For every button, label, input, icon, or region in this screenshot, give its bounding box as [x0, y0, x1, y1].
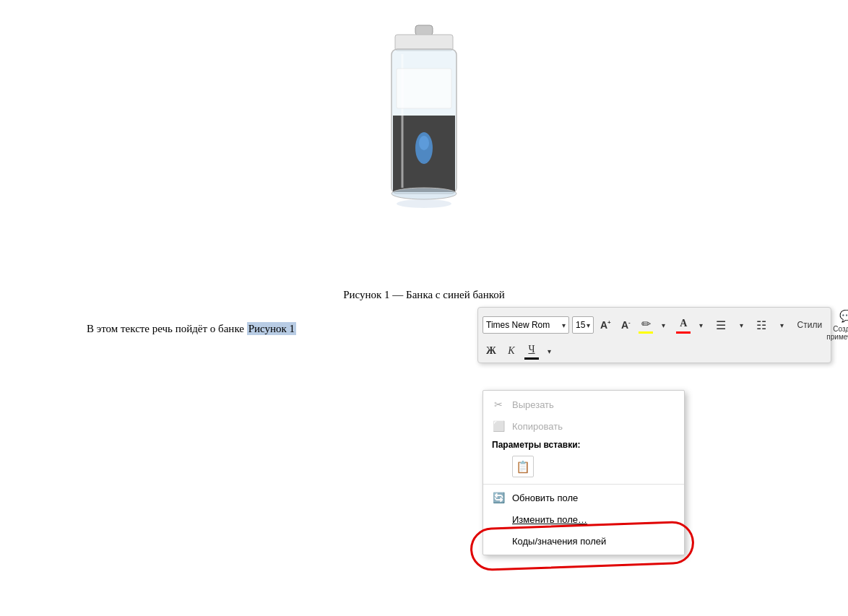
highlight-icon: ✏ — [641, 317, 651, 331]
font-size-arrow-icon: ▾ — [587, 321, 590, 329]
edit-field-label: Изменить поле… — [512, 514, 587, 525]
font-grow-icon: A+ — [600, 319, 611, 331]
figure-image — [87, 22, 761, 282]
paste-icon-button[interactable]: 📋 — [512, 456, 534, 477]
context-menu-cut[interactable]: ✂ Вырезать — [483, 394, 684, 415]
bullet-list-button[interactable]: ☰ — [712, 316, 730, 334]
toolbar-row-2: Ж К Ч ▾ — [483, 342, 826, 360]
bold-button[interactable]: Ж — [483, 342, 500, 360]
italic-label: К — [508, 345, 514, 357]
bold-label: Ж — [486, 345, 496, 357]
underline-button[interactable]: Ч — [523, 342, 540, 360]
font-grow-button[interactable]: A+ — [597, 316, 614, 334]
styles-button[interactable]: Стили — [793, 316, 826, 334]
figure-caption-text: Рисунок 1 — Банка с синей банкой — [343, 289, 505, 300]
toolbar-row-1: Times New Rom ▾ 15 ▾ A+ A- ✏ — [483, 311, 826, 339]
number-list-dropdown[interactable]: ▾ — [773, 316, 790, 334]
body-text-before: В этом тексте речь пойдёт о банке — [87, 323, 247, 334]
svg-rect-1 — [395, 35, 453, 51]
context-menu-field-codes[interactable]: Коды/значения полей — [483, 530, 684, 552]
number-list-button[interactable]: ☷ — [753, 316, 770, 334]
svg-rect-9 — [397, 69, 451, 108]
svg-point-7 — [391, 188, 457, 199]
underline-bar — [524, 357, 539, 360]
update-field-label: Обновить поле — [512, 493, 578, 503]
cut-icon: ✂ — [492, 398, 505, 411]
font-size-text: 15 — [576, 320, 585, 330]
underline-dropdown[interactable]: ▾ — [540, 342, 558, 360]
svg-point-8 — [397, 199, 451, 208]
paste-header-text: Параметры вставки: — [492, 440, 581, 450]
create-comment-label: Создать примечание — [826, 325, 848, 341]
context-menu-paste-header: Параметры вставки: — [483, 437, 684, 453]
font-name-dropdown[interactable]: Times New Rom ▾ — [483, 316, 569, 334]
svg-rect-0 — [415, 25, 433, 35]
bullet-list-icon: ☰ — [716, 318, 726, 332]
formatting-toolbar: Times New Rom ▾ 15 ▾ A+ A- ✏ — [477, 307, 831, 363]
copy-icon: ⬜ — [492, 420, 505, 433]
highlight-button[interactable]: ✏ — [637, 316, 654, 334]
edit-field-icon — [492, 513, 505, 526]
paste-icons-row: 📋 — [483, 453, 684, 482]
copy-label: Копировать — [512, 421, 563, 432]
context-menu-edit-field[interactable]: Изменить поле… — [483, 508, 684, 530]
font-name-text: Times New Rom — [486, 320, 561, 330]
svg-point-5 — [419, 136, 429, 150]
field-codes-label: Коды/значения полей — [512, 536, 606, 547]
font-shrink-button[interactable]: A- — [617, 316, 634, 334]
styles-label: Стили — [797, 320, 823, 330]
cut-label: Вырезать — [512, 399, 554, 410]
highlight-color-bar — [639, 331, 653, 334]
font-color-dropdown-button[interactable]: ▾ — [692, 316, 709, 334]
context-menu-update-field[interactable]: 🔄 Обновить поле — [483, 487, 684, 508]
italic-button[interactable]: К — [503, 342, 520, 360]
font-size-dropdown[interactable]: 15 ▾ — [572, 316, 594, 334]
update-field-icon: 🔄 — [492, 491, 505, 504]
field-reference: Рисунок 1 — [247, 322, 296, 335]
document-area: Рисунок 1 — Банка с синей банкой В этом … — [0, 0, 848, 616]
field-codes-icon — [492, 534, 505, 547]
comment-icon: 💬 — [839, 309, 848, 323]
font-color-bar — [676, 331, 691, 334]
create-comment-button[interactable]: 💬 Создать примечание — [828, 311, 848, 339]
context-menu-divider-1 — [483, 484, 684, 485]
underline-label: Ч — [528, 344, 535, 355]
number-list-icon: ☷ — [756, 318, 766, 332]
context-menu: ✂ Вырезать ⬜ Копировать Параметры вставк… — [483, 390, 685, 555]
paste-icon: 📋 — [516, 460, 530, 474]
font-color-button[interactable]: А — [675, 316, 692, 334]
font-name-arrow-icon: ▾ — [562, 321, 566, 329]
font-shrink-icon: A- — [621, 319, 631, 331]
figure-caption: Рисунок 1 — Банка с синей банкой — [87, 289, 761, 301]
context-menu-copy[interactable]: ⬜ Копировать — [483, 415, 684, 437]
highlight-dropdown-button[interactable]: ▾ — [654, 316, 672, 334]
bullet-list-dropdown[interactable]: ▾ — [732, 316, 750, 334]
